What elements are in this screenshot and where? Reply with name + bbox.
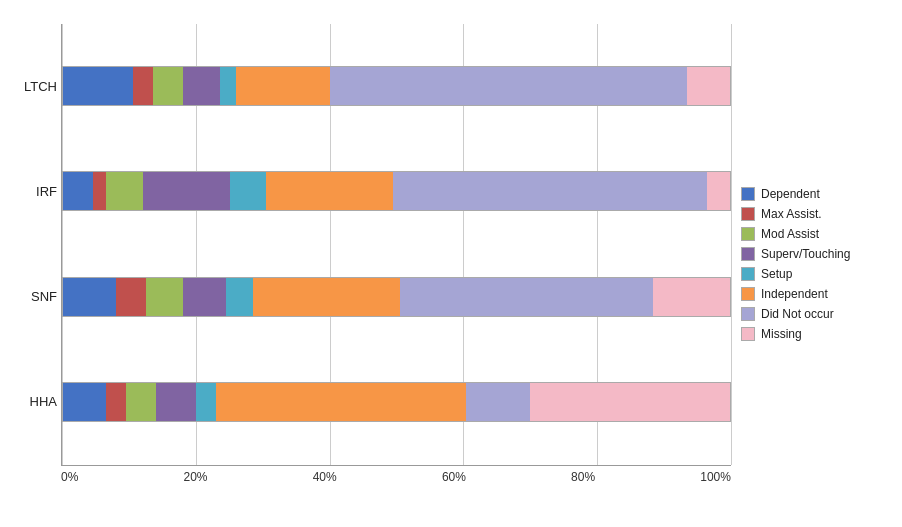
bar-segment-supervtouching: [143, 172, 230, 210]
legend-color-box: [741, 207, 755, 221]
grid-line: [731, 24, 732, 465]
legend-label: Dependent: [761, 187, 820, 201]
bar-segment-modassist: [126, 383, 156, 421]
bar-segment-independent: [236, 67, 329, 105]
legend-color-box: [741, 187, 755, 201]
x-axis-label: 60%: [442, 470, 466, 484]
bar-label: LTCH: [17, 79, 57, 94]
bars-area: LTCHIRFSNFHHA: [61, 24, 731, 466]
bar-row: SNF: [62, 269, 731, 324]
x-axis-label: 100%: [700, 470, 731, 484]
chart-area: LTCHIRFSNFHHA 0%20%40%60%80%100%: [11, 14, 731, 514]
legend-color-box: [741, 267, 755, 281]
legend-item: Did Not occur: [741, 307, 891, 321]
x-axis-label: 80%: [571, 470, 595, 484]
bar-segment-supervtouching: [183, 67, 220, 105]
bar-label: SNF: [17, 289, 57, 304]
bar-segment-maxassist: [116, 278, 146, 316]
bar-segment-modassist: [106, 172, 143, 210]
bar-segment-setup: [220, 67, 237, 105]
legend-label: Superv/Touching: [761, 247, 850, 261]
bar-segment-modassist: [146, 278, 183, 316]
bar-segment-setup: [196, 383, 216, 421]
bar-segment-dependent: [63, 278, 116, 316]
x-axis-label: 20%: [184, 470, 208, 484]
bar-segment-dependent: [63, 67, 133, 105]
legend-label: Missing: [761, 327, 802, 341]
bar-segment-independent: [216, 383, 466, 421]
legend-label: Max Assist.: [761, 207, 822, 221]
chart-container: LTCHIRFSNFHHA 0%20%40%60%80%100% Depende…: [11, 14, 891, 514]
legend-item: Mod Assist: [741, 227, 891, 241]
bar-segment-independent: [253, 278, 400, 316]
legend-label: Independent: [761, 287, 828, 301]
bar-label: IRF: [17, 184, 57, 199]
bar-segment-missing: [530, 383, 730, 421]
bar-segment-maxassist: [106, 383, 126, 421]
bar-label: HHA: [17, 394, 57, 409]
bar-segment-missing: [687, 67, 730, 105]
x-axis-labels: 0%20%40%60%80%100%: [61, 466, 731, 484]
bar-segment-dependent: [63, 172, 93, 210]
bar-segment-setup: [230, 172, 267, 210]
legend-label: Did Not occur: [761, 307, 834, 321]
bar-segment-dependent: [63, 383, 106, 421]
legend-color-box: [741, 327, 755, 341]
bar-segment-modassist: [153, 67, 183, 105]
bar-track: [62, 171, 731, 211]
bar-row: IRF: [62, 164, 731, 219]
legend-item: Max Assist.: [741, 207, 891, 221]
legend: DependentMax Assist.Mod AssistSuperv/Tou…: [731, 187, 891, 341]
legend-color-box: [741, 227, 755, 241]
bar-segment-didnotoccur: [400, 278, 653, 316]
bar-segment-supervtouching: [156, 383, 196, 421]
legend-item: Independent: [741, 287, 891, 301]
legend-item: Setup: [741, 267, 891, 281]
legend-item: Superv/Touching: [741, 247, 891, 261]
bar-segment-didnotoccur: [330, 67, 687, 105]
bar-segment-missing: [653, 278, 730, 316]
bar-segment-independent: [266, 172, 393, 210]
bar-segment-maxassist: [133, 67, 153, 105]
bar-segment-didnotoccur: [393, 172, 706, 210]
legend-item: Missing: [741, 327, 891, 341]
bar-segment-didnotoccur: [466, 383, 529, 421]
bar-track: [62, 277, 731, 317]
bar-row: LTCH: [62, 59, 731, 114]
bar-segment-maxassist: [93, 172, 106, 210]
legend-color-box: [741, 247, 755, 261]
bar-segment-missing: [707, 172, 730, 210]
x-axis-label: 0%: [61, 470, 78, 484]
bar-segment-setup: [226, 278, 253, 316]
bar-row: HHA: [62, 374, 731, 429]
bar-segment-supervtouching: [183, 278, 226, 316]
bar-track: [62, 382, 731, 422]
bar-track: [62, 66, 731, 106]
legend-item: Dependent: [741, 187, 891, 201]
legend-color-box: [741, 287, 755, 301]
legend-label: Setup: [761, 267, 792, 281]
legend-label: Mod Assist: [761, 227, 819, 241]
legend-color-box: [741, 307, 755, 321]
x-axis-label: 40%: [313, 470, 337, 484]
